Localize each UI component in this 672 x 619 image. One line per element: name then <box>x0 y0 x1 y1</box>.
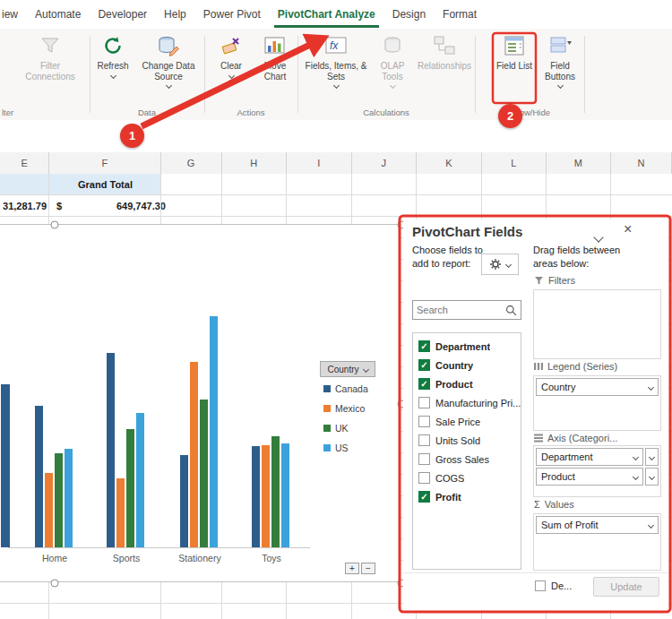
field-chip-sum-of-profit[interactable]: Sum of Profit <box>536 516 659 534</box>
field-item-department[interactable]: ✓Department <box>413 337 521 356</box>
chip-dropdown-button[interactable] <box>645 468 659 486</box>
legend-entry-us: US <box>323 438 368 458</box>
field-item-label: Gross Sales <box>435 454 489 465</box>
filters-area-box[interactable] <box>533 289 661 359</box>
tab-pivotchart-analyze[interactable]: PivotChart Analyze <box>278 0 375 29</box>
field-chip-product[interactable]: Product <box>536 468 643 486</box>
bar-canada-stationery <box>180 455 188 547</box>
field-item-units-sold[interactable]: Units Sold <box>413 431 521 450</box>
pane-options-button[interactable] <box>595 228 602 245</box>
column-header-j[interactable]: J <box>352 152 417 174</box>
tab-automate[interactable]: Automate <box>35 0 81 29</box>
clear-button[interactable]: Clear <box>211 33 251 79</box>
expand-button[interactable]: + <box>345 563 359 574</box>
chevron-down-icon <box>334 83 339 89</box>
checkbox-icon[interactable] <box>418 434 430 446</box>
field-item-profit[interactable]: ✓Profit <box>413 487 521 506</box>
search-box[interactable] <box>412 300 521 320</box>
column-header-m[interactable]: M <box>547 152 611 174</box>
axis-label-home: Home <box>28 553 82 563</box>
checkbox-icon[interactable] <box>418 472 430 484</box>
chip-label: Country <box>541 382 576 392</box>
field-chip-country[interactable]: Country <box>536 378 659 396</box>
total-values-row[interactable]: 31,281.79 $ 649,747.30 <box>0 195 161 216</box>
values-area-box[interactable]: Sum of Profit <box>533 513 661 571</box>
column-header-i[interactable]: I <box>287 152 352 174</box>
excel-window: iewAutomateDeveloperHelpPower PivotPivot… <box>0 0 672 619</box>
grand-total-cell[interactable]: Grand Total <box>49 179 161 190</box>
selection-handle[interactable] <box>51 221 59 229</box>
search-input[interactable] <box>413 305 505 315</box>
refresh-button[interactable]: Refresh <box>93 33 133 79</box>
selection-handle[interactable] <box>51 580 59 588</box>
axis-rows-icon <box>534 434 543 443</box>
legend-area-box[interactable]: Country <box>533 375 661 431</box>
tab-format[interactable]: Format <box>443 0 477 29</box>
ribbon-group-label-actions: Actions <box>204 107 297 117</box>
checkbox-icon[interactable] <box>418 453 430 465</box>
checkbox-icon[interactable]: ✓ <box>418 359 430 371</box>
field-item-label: Units Sold <box>435 435 480 446</box>
tab-iew[interactable]: iew <box>2 0 18 29</box>
column-header-k[interactable]: K <box>417 152 482 174</box>
bar-mexico-home <box>45 473 53 547</box>
column-header-e[interactable]: E <box>0 152 49 174</box>
checkbox-icon[interactable]: ✓ <box>418 378 430 390</box>
group-divider <box>90 36 90 113</box>
tab-help[interactable]: Help <box>164 0 186 29</box>
annotation-step-2: 2 <box>498 104 522 128</box>
column-headers: EFGHIJKLMN <box>0 152 672 175</box>
field-item-gross-sales[interactable]: Gross Sales <box>413 450 521 469</box>
tab-developer[interactable]: Developer <box>98 0 147 29</box>
relationships-button[interactable]: Relationships <box>416 33 473 72</box>
field-item-country[interactable]: ✓Country <box>413 356 521 374</box>
field-buttons-button[interactable]: Field Buttons <box>537 33 583 89</box>
column-header-l[interactable]: L <box>482 152 547 174</box>
change-data-source-button[interactable]: Change Data Source <box>134 33 202 89</box>
field-list-button[interactable]: Field List <box>494 33 535 72</box>
checkbox-icon[interactable] <box>418 416 430 427</box>
column-header-n[interactable]: N <box>611 152 672 174</box>
field-item-label: Country <box>435 360 473 371</box>
bar-us-home <box>65 449 73 547</box>
field-item-sale-price[interactable]: Sale Price <box>413 412 521 431</box>
chevron-down-icon <box>633 473 639 479</box>
field-item-product[interactable]: ✓Product <box>413 374 521 393</box>
bar-mexico-toys <box>262 445 270 547</box>
column-header-h[interactable]: H <box>222 152 287 174</box>
collapse-button[interactable]: − <box>361 563 375 574</box>
field-list-icon <box>503 33 526 58</box>
close-icon[interactable]: × <box>624 221 632 237</box>
field-item-cogs[interactable]: COGS <box>413 469 521 487</box>
chip-dropdown-button[interactable] <box>645 448 659 466</box>
fields-items-sets-button[interactable]: fx Fields, Items, & Sets <box>303 33 369 89</box>
grand-total-row[interactable]: Grand Total <box>0 174 161 194</box>
field-chip-department[interactable]: Department <box>536 448 643 466</box>
field-item-manufacturing-pri[interactable]: Manufacturing Pri... <box>413 393 521 412</box>
olap-tools-button[interactable]: OLAP Tools <box>371 33 414 89</box>
column-header-f[interactable]: F <box>49 152 160 174</box>
move-chart-button[interactable]: Move Chart <box>253 33 297 82</box>
defer-layout-checkbox[interactable]: De... <box>535 580 572 591</box>
change-data-source-label: Change Data Source <box>134 61 202 82</box>
pane-tools-button[interactable] <box>481 254 519 275</box>
checkbox-icon[interactable] <box>418 397 430 408</box>
cell-e-value[interactable]: 31,281.79 <box>0 201 47 211</box>
filter-connections-icon <box>39 33 62 58</box>
choose-fields-label: Choose fields to add to report: <box>412 244 484 271</box>
legend-area-label: Legend (Series) <box>534 361 617 372</box>
column-header-g[interactable]: G <box>161 152 222 174</box>
field-list: ✓Department✓Country✓ProductManufacturing… <box>412 332 521 570</box>
checkbox-icon[interactable]: ✓ <box>418 491 430 503</box>
update-button[interactable]: Update <box>593 577 659 597</box>
bar-us-stationery <box>210 316 218 547</box>
filter-connections-button[interactable]: Filter Connections <box>22 33 79 82</box>
legend-field-button[interactable]: Country <box>320 361 375 377</box>
axis-area-box[interactable]: DepartmentProduct <box>533 445 661 497</box>
legend-entry-mexico: Mexico <box>323 399 368 418</box>
tab-design[interactable]: Design <box>392 0 426 29</box>
tab-power-pivot[interactable]: Power Pivot <box>203 0 261 29</box>
checkbox-icon[interactable]: ✓ <box>418 340 430 352</box>
cell-f-value[interactable]: $ 649,747.30 <box>49 201 168 211</box>
pivot-chart[interactable]: Country CanadaMexicoUKUS + − HomeSportsS… <box>0 224 401 582</box>
